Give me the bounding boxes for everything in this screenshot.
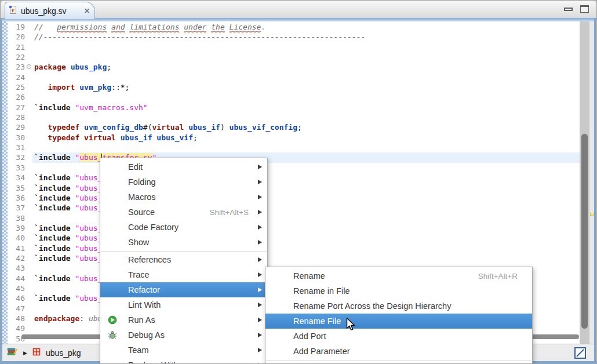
line-number: 26 xyxy=(8,92,26,102)
token xyxy=(225,23,230,31)
code-text[interactable]: //--------------------------------------… xyxy=(32,32,580,42)
fold-gutter xyxy=(26,233,32,243)
menu-item-debug-as[interactable]: Debug As xyxy=(100,327,267,343)
menu-item-rename-port-across-the-design-hierarchy[interactable]: Rename Port Across the Design Hierarchy xyxy=(265,299,532,314)
menu-item-run-as[interactable]: Run As xyxy=(100,312,267,327)
menu-item-add-parameter[interactable]: Add Parameter xyxy=(265,344,532,359)
menu-item-replace-with[interactable]: Replace With xyxy=(100,358,267,364)
ide-window: v ubus_pkg.sv ✕ 19// permissions and lim… xyxy=(0,0,597,364)
code-text[interactable]: package ubus_pkg; xyxy=(32,62,580,72)
code-text[interactable] xyxy=(32,143,580,152)
code-line: 27`include "uvm_macros.svh" xyxy=(8,103,580,112)
token: `include xyxy=(34,103,71,112)
vertical-scrollbar[interactable] xyxy=(580,21,589,344)
fold-gutter xyxy=(26,223,32,233)
menu-item-label: Macros xyxy=(128,192,258,202)
fold-gutter xyxy=(26,103,32,112)
debug-icon xyxy=(108,330,117,340)
library-icon[interactable] xyxy=(7,347,18,358)
menu-item-lint-with[interactable]: Lint With xyxy=(100,297,267,312)
menu-item-edit[interactable]: Edit xyxy=(100,159,267,174)
code-text[interactable] xyxy=(32,42,580,52)
fold-marker[interactable] xyxy=(26,62,32,72)
code-text[interactable]: typedef virtual ubus_if ubus_vif; xyxy=(32,133,580,143)
line-number: 35 xyxy=(8,183,26,193)
line-number: 38 xyxy=(8,213,26,223)
token: `include xyxy=(34,203,71,212)
code-text[interactable] xyxy=(32,52,580,62)
overview-ruler[interactable] xyxy=(589,21,594,344)
line-number: 27 xyxy=(8,103,26,112)
code-line: 37`include "ubus_ xyxy=(8,203,580,213)
menu-item-rename-in-file[interactable]: Rename in File xyxy=(265,283,532,299)
menu-item-macros[interactable]: Macros xyxy=(100,190,267,205)
maximize-icon[interactable] xyxy=(580,5,589,13)
code-text[interactable]: // permissions and limitations under the… xyxy=(32,22,580,32)
menu-item-refactor[interactable]: Refactor xyxy=(100,282,267,297)
svg-text:v: v xyxy=(12,7,14,13)
token: "ubus_ xyxy=(75,194,102,202)
line-number: 45 xyxy=(8,283,26,293)
menu-item-code-factory[interactable]: Code Factory xyxy=(100,220,267,235)
fold-gutter xyxy=(26,133,32,143)
token xyxy=(34,123,48,132)
editor-tab-ubus-pkg[interactable]: v ubus_pkg.sv ✕ xyxy=(5,2,95,19)
menu-item-folding[interactable]: Folding xyxy=(100,174,267,190)
menu-item-show[interactable]: Show xyxy=(100,235,267,250)
token: ) xyxy=(220,123,230,132)
code-text[interactable]: typedef uvm_config_db#(virtual ubus_if) … xyxy=(32,122,580,132)
token: . xyxy=(261,23,265,31)
menu-item-add-port[interactable]: Add Port xyxy=(265,329,532,344)
token: : xyxy=(79,314,89,323)
menu-item-rename-file[interactable]: Rename File xyxy=(265,314,532,329)
fold-gutter xyxy=(26,42,32,52)
code-line: 29 typedef uvm_config_db#(virtual ubus_i… xyxy=(8,122,580,132)
code-text[interactable]: `include "uvm_macros.svh" xyxy=(32,103,580,112)
code-line: 19// permissions and limitations under t… xyxy=(8,22,580,32)
menu-item-label: Rename in File xyxy=(293,286,527,296)
minimize-icon[interactable] xyxy=(564,8,573,11)
token: ; xyxy=(193,133,198,142)
menu-item-expand-port-connections[interactable]: Expand .* Port Connections xyxy=(265,361,532,364)
menu-item-rename[interactable]: RenameShift+Alt+R xyxy=(265,268,532,283)
line-number: 47 xyxy=(8,304,26,314)
submenu-arrow-icon xyxy=(258,165,262,169)
menu-item-label: Run As xyxy=(128,315,258,325)
breadcrumb-package-label[interactable]: ubus_pkg xyxy=(46,348,81,358)
menu-item-team[interactable]: Team xyxy=(100,343,267,358)
line-number: 40 xyxy=(8,233,26,243)
line-number: 37 xyxy=(8,203,26,213)
window-frame-right xyxy=(594,18,596,361)
menu-item-trace[interactable]: Trace xyxy=(100,267,267,282)
menu-item-references[interactable]: References xyxy=(100,252,267,267)
menu-item-source[interactable]: SourceShift+Alt+S xyxy=(100,205,267,220)
fold-gutter xyxy=(26,72,32,82)
token xyxy=(34,133,48,142)
fold-gutter xyxy=(26,263,32,273)
package-icon[interactable] xyxy=(32,348,41,358)
menu-item-label: Debug As xyxy=(128,330,258,340)
fold-gutter xyxy=(26,92,32,102)
occurrence-marker[interactable] xyxy=(590,213,594,216)
line-number: 48 xyxy=(8,314,26,323)
fold-gutter xyxy=(26,243,32,253)
code-text[interactable]: import uvm_pkg::*; xyxy=(32,82,580,92)
menu-separator xyxy=(101,251,267,252)
token: ubus_if xyxy=(188,123,220,132)
line-number: 33 xyxy=(8,163,26,173)
fold-gutter xyxy=(26,173,32,183)
token: limitations xyxy=(129,23,179,32)
code-line: 28 xyxy=(8,112,580,122)
diagonal-slash-icon[interactable] xyxy=(574,347,586,359)
code-text[interactable] xyxy=(32,72,580,82)
menu-item-shortcut: Shift+Alt+S xyxy=(209,208,258,217)
token: under xyxy=(184,23,206,32)
code-text[interactable] xyxy=(32,112,580,122)
token: typedef xyxy=(48,123,79,132)
menu-item-label: Replace With xyxy=(128,361,258,364)
token: "uvm_macros.svh" xyxy=(75,103,147,112)
close-icon[interactable]: ✕ xyxy=(84,7,90,15)
vertical-scrollbar-thumb[interactable] xyxy=(581,134,588,329)
code-text[interactable] xyxy=(32,92,580,102)
code-line: 20//------------------------------------… xyxy=(8,32,580,42)
